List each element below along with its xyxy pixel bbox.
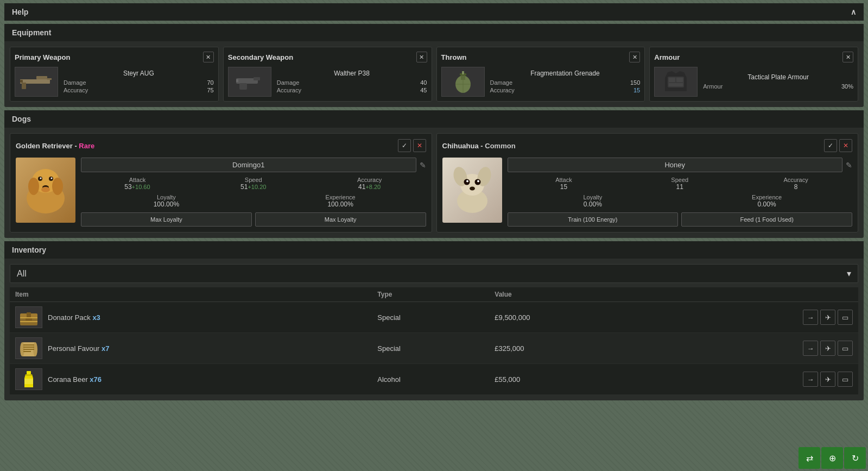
inv-row3-store-btn[interactable]: ▭ (838, 372, 853, 387)
equip-slot-thrown: Thrown ✕ (436, 47, 645, 102)
equip-slot-secondary-label: Secondary Weapon (228, 53, 293, 61)
dog1-check-btn[interactable]: ✓ (398, 139, 411, 152)
svg-rect-16 (669, 78, 675, 82)
dog1-action-btn1[interactable]: Max Loyalty (81, 212, 252, 227)
dog1-title: Golden Retriever - Rare (16, 142, 94, 150)
dog1-header: Golden Retriever - Rare ✓ ✕ (16, 139, 426, 152)
equip-secondary-damage-val: 40 (420, 79, 427, 86)
equip-slot-armour: Armour ✕ Ta (649, 47, 858, 102)
dog2-accuracy-label: Accuracy (739, 177, 852, 183)
dog1-accuracy-bonus: +8.20 (365, 184, 381, 190)
dog1-experience-stat: Experience 100.00% (255, 194, 426, 208)
help-header[interactable]: Help ∧ (4, 3, 864, 21)
equip-primary-damage-label: Damage (64, 79, 86, 86)
inv-col-item: Item (10, 287, 372, 302)
dog2-speed-stat: Speed 11 (623, 177, 736, 191)
equipment-header[interactable]: Equipment (4, 24, 864, 41)
equip-secondary-accuracy-val: 45 (420, 87, 427, 93)
dogs-header[interactable]: Dogs (4, 110, 864, 128)
svg-point-37 (477, 180, 479, 183)
inv-row2-action-btns: → ✈ ▭ (654, 341, 853, 356)
help-collapse-icon: ∧ (851, 8, 856, 16)
svg-rect-52 (26, 374, 32, 376)
equip-slot-armour-image (654, 67, 698, 97)
inv-row2-store-btn[interactable]: ▭ (838, 341, 853, 356)
inv-row2-transfer-btn[interactable]: → (803, 341, 818, 356)
equip-thrown-accuracy-row: Accuracy 15 (490, 87, 641, 93)
inventory-filter-dropdown[interactable]: All ▾ (10, 264, 858, 283)
dog1-accuracy-val: 41+8.20 (313, 183, 426, 191)
svg-rect-42 (20, 317, 37, 318)
dog1-rarity: Rare (79, 142, 94, 150)
inv-row2-name: Personal Favour x7 (48, 344, 109, 353)
inventory-header[interactable]: Inventory (4, 241, 864, 259)
dog1-loyalty-stat: Loyalty 100.00% (81, 194, 252, 208)
dog1-info: ✎ Attack 53+10.60 Speed (81, 158, 426, 227)
bottom-bar: ⇄ ⊕ ↻ (796, 445, 868, 471)
inv-row3-send-btn[interactable]: ✈ (820, 372, 835, 387)
help-title: Help (12, 8, 28, 16)
equip-armour-val-label: Armour (703, 83, 723, 90)
equip-primary-accuracy-row: Accuracy 75 (64, 87, 214, 93)
inv-row1-name: Donator Pack x3 (48, 313, 100, 322)
equip-primary-accuracy-val: 75 (207, 87, 214, 93)
equip-secondary-accuracy-label: Accuracy (277, 87, 301, 93)
dog1-edit-icon[interactable]: ✎ (420, 161, 426, 169)
bottom-btn-transfer[interactable]: ⇄ (799, 447, 820, 469)
dog1-accuracy-base: 41 (358, 183, 365, 191)
equip-slot-secondary-name: Walther P38 (277, 70, 427, 77)
equip-armour-val: 30% (841, 83, 853, 90)
dog1-experience-val: 100.00% (255, 200, 426, 208)
inventory-table: Item Type Value (10, 287, 858, 395)
dog1-remove-btn[interactable]: ✕ (413, 139, 426, 152)
dog2-edit-icon[interactable]: ✎ (846, 161, 852, 169)
dog2-action-btn1[interactable]: Train (100 Energy) (508, 212, 679, 227)
equip-primary-damage-val: 70 (207, 79, 214, 86)
equip-slot-thrown-close[interactable]: ✕ (629, 52, 640, 62)
inv-row1-value: £9,500,000 (489, 302, 648, 333)
svg-point-21 (28, 178, 39, 195)
inv-row2-send-btn[interactable]: ✈ (820, 341, 835, 356)
equip-slot-armour-close[interactable]: ✕ (842, 52, 853, 62)
dog2-title: Chihuahua - Common (442, 142, 516, 150)
inv-row1-transfer-btn[interactable]: → (803, 310, 818, 325)
equip-slot-secondary-close[interactable]: ✕ (416, 52, 427, 62)
equip-slot-primary-header: Primary Weapon ✕ (15, 52, 214, 62)
inv-col-type: Type (372, 287, 489, 302)
bottom-btn-network[interactable]: ⊕ (821, 447, 843, 469)
dog2-check-btn[interactable]: ✓ (824, 139, 837, 152)
dog1-speed-stat: Speed 51+10.20 (197, 177, 310, 191)
dog2-remove-btn[interactable]: ✕ (839, 139, 852, 152)
dog1-header-btns: ✓ ✕ (398, 139, 426, 152)
equip-slot-secondary-image (228, 67, 271, 97)
dog2-attack-stat: Attack 15 (508, 177, 620, 191)
dog1-attack-base: 53 (124, 183, 131, 191)
inv-row1-qty: x3 (92, 313, 100, 322)
inv-row1-item: Donator Pack x3 (10, 302, 372, 333)
equip-slot-primary-close[interactable]: ✕ (203, 52, 214, 62)
equip-thrown-damage-row: Damage 150 (490, 79, 641, 86)
inventory-panel: Inventory All ▾ Item Type Value (4, 241, 864, 400)
svg-rect-12 (462, 71, 464, 74)
dog2-header: Chihuahua - Common ✓ ✕ (442, 139, 853, 152)
svg-rect-1 (36, 76, 47, 79)
dog1-experience-label: Experience (255, 194, 426, 200)
svg-point-36 (466, 180, 468, 183)
inv-row3-transfer-btn[interactable]: → (803, 372, 818, 387)
dog2-stats-grid2: Loyalty 0.00% Experience 0.00% (508, 194, 853, 208)
inv-row1-send-btn[interactable]: ✈ (820, 310, 835, 325)
inv-row1-store-btn[interactable]: ▭ (838, 310, 853, 325)
dog1-name: Golden Retriever (16, 142, 73, 150)
inventory-table-header-row: Item Type Value (10, 287, 858, 302)
equip-slot-thrown-stats: Fragmentation Grenade Damage 150 Accurac… (490, 70, 641, 95)
dogs-title: Dogs (12, 115, 31, 123)
inv-row3-type: Alcohol (372, 364, 489, 395)
dogs-body: Golden Retriever - Rare ✓ ✕ (4, 128, 864, 238)
dog2-action-btn2[interactable]: Feed (1 Food Used) (681, 212, 852, 227)
dog1-nickname-input[interactable] (81, 158, 416, 172)
dog2-nickname-input[interactable] (508, 158, 843, 172)
bottom-btn-refresh[interactable]: ↻ (844, 447, 866, 469)
dog1-action-btn2[interactable]: Max Loyalty (255, 212, 426, 227)
table-row: Personal Favour x7 Special £325,000 → ✈ … (10, 333, 858, 364)
equip-slot-secondary-content: Walther P38 Damage 40 Accuracy 45 (228, 67, 427, 97)
